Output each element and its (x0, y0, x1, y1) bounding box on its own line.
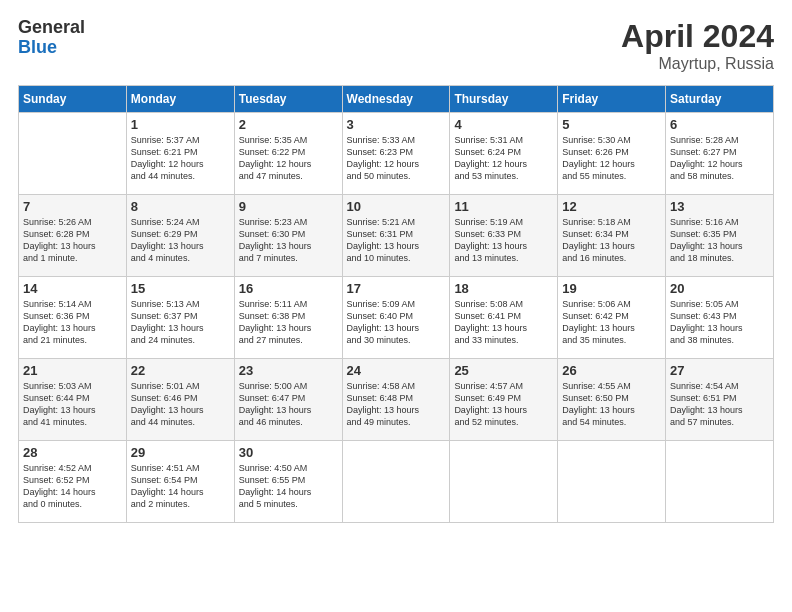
table-row: 9Sunrise: 5:23 AMSunset: 6:30 PMDaylight… (234, 195, 342, 277)
day-number: 27 (670, 363, 769, 378)
day-info: Sunrise: 4:52 AMSunset: 6:52 PMDaylight:… (23, 462, 122, 511)
day-info: Sunrise: 5:28 AMSunset: 6:27 PMDaylight:… (670, 134, 769, 183)
day-info: Sunrise: 5:23 AMSunset: 6:30 PMDaylight:… (239, 216, 338, 265)
day-number: 24 (347, 363, 446, 378)
day-number: 28 (23, 445, 122, 460)
day-number: 30 (239, 445, 338, 460)
day-number: 26 (562, 363, 661, 378)
table-row: 16Sunrise: 5:11 AMSunset: 6:38 PMDayligh… (234, 277, 342, 359)
calendar-header-row: Sunday Monday Tuesday Wednesday Thursday… (19, 86, 774, 113)
day-number: 7 (23, 199, 122, 214)
day-number: 17 (347, 281, 446, 296)
day-info: Sunrise: 5:37 AMSunset: 6:21 PMDaylight:… (131, 134, 230, 183)
day-info: Sunrise: 5:01 AMSunset: 6:46 PMDaylight:… (131, 380, 230, 429)
table-row (450, 441, 558, 523)
day-info: Sunrise: 5:21 AMSunset: 6:31 PMDaylight:… (347, 216, 446, 265)
logo-general: General (18, 18, 85, 38)
day-number: 12 (562, 199, 661, 214)
col-tuesday: Tuesday (234, 86, 342, 113)
day-info: Sunrise: 5:19 AMSunset: 6:33 PMDaylight:… (454, 216, 553, 265)
table-row: 3Sunrise: 5:33 AMSunset: 6:23 PMDaylight… (342, 113, 450, 195)
day-number: 4 (454, 117, 553, 132)
day-number: 14 (23, 281, 122, 296)
table-row (558, 441, 666, 523)
table-row: 19Sunrise: 5:06 AMSunset: 6:42 PMDayligh… (558, 277, 666, 359)
day-info: Sunrise: 5:03 AMSunset: 6:44 PMDaylight:… (23, 380, 122, 429)
col-friday: Friday (558, 86, 666, 113)
table-row: 2Sunrise: 5:35 AMSunset: 6:22 PMDaylight… (234, 113, 342, 195)
day-info: Sunrise: 5:14 AMSunset: 6:36 PMDaylight:… (23, 298, 122, 347)
table-row: 18Sunrise: 5:08 AMSunset: 6:41 PMDayligh… (450, 277, 558, 359)
logo-text: General Blue (18, 18, 85, 58)
table-row (342, 441, 450, 523)
day-number: 22 (131, 363, 230, 378)
day-info: Sunrise: 5:11 AMSunset: 6:38 PMDaylight:… (239, 298, 338, 347)
day-number: 11 (454, 199, 553, 214)
table-row: 7Sunrise: 5:26 AMSunset: 6:28 PMDaylight… (19, 195, 127, 277)
table-row: 29Sunrise: 4:51 AMSunset: 6:54 PMDayligh… (126, 441, 234, 523)
col-saturday: Saturday (666, 86, 774, 113)
day-number: 3 (347, 117, 446, 132)
table-row: 10Sunrise: 5:21 AMSunset: 6:31 PMDayligh… (342, 195, 450, 277)
day-number: 18 (454, 281, 553, 296)
table-row (19, 113, 127, 195)
table-row: 1Sunrise: 5:37 AMSunset: 6:21 PMDaylight… (126, 113, 234, 195)
day-info: Sunrise: 4:55 AMSunset: 6:50 PMDaylight:… (562, 380, 661, 429)
header: General Blue April 2024 Mayrtup, Russia (18, 18, 774, 73)
logo-blue: Blue (18, 38, 85, 58)
table-row: 6Sunrise: 5:28 AMSunset: 6:27 PMDaylight… (666, 113, 774, 195)
table-row: 12Sunrise: 5:18 AMSunset: 6:34 PMDayligh… (558, 195, 666, 277)
day-number: 8 (131, 199, 230, 214)
day-info: Sunrise: 5:31 AMSunset: 6:24 PMDaylight:… (454, 134, 553, 183)
day-info: Sunrise: 5:24 AMSunset: 6:29 PMDaylight:… (131, 216, 230, 265)
day-number: 16 (239, 281, 338, 296)
table-row: 4Sunrise: 5:31 AMSunset: 6:24 PMDaylight… (450, 113, 558, 195)
table-row: 14Sunrise: 5:14 AMSunset: 6:36 PMDayligh… (19, 277, 127, 359)
table-row: 25Sunrise: 4:57 AMSunset: 6:49 PMDayligh… (450, 359, 558, 441)
day-number: 9 (239, 199, 338, 214)
table-row: 17Sunrise: 5:09 AMSunset: 6:40 PMDayligh… (342, 277, 450, 359)
day-number: 25 (454, 363, 553, 378)
day-info: Sunrise: 5:26 AMSunset: 6:28 PMDaylight:… (23, 216, 122, 265)
day-info: Sunrise: 4:54 AMSunset: 6:51 PMDaylight:… (670, 380, 769, 429)
table-row: 8Sunrise: 5:24 AMSunset: 6:29 PMDaylight… (126, 195, 234, 277)
day-info: Sunrise: 5:35 AMSunset: 6:22 PMDaylight:… (239, 134, 338, 183)
day-number: 6 (670, 117, 769, 132)
day-number: 19 (562, 281, 661, 296)
day-number: 20 (670, 281, 769, 296)
table-row: 23Sunrise: 5:00 AMSunset: 6:47 PMDayligh… (234, 359, 342, 441)
day-number: 10 (347, 199, 446, 214)
day-number: 29 (131, 445, 230, 460)
logo: General Blue (18, 18, 85, 58)
day-info: Sunrise: 5:00 AMSunset: 6:47 PMDaylight:… (239, 380, 338, 429)
table-row: 27Sunrise: 4:54 AMSunset: 6:51 PMDayligh… (666, 359, 774, 441)
day-number: 1 (131, 117, 230, 132)
calendar-table: Sunday Monday Tuesday Wednesday Thursday… (18, 85, 774, 523)
table-row: 13Sunrise: 5:16 AMSunset: 6:35 PMDayligh… (666, 195, 774, 277)
table-row: 22Sunrise: 5:01 AMSunset: 6:46 PMDayligh… (126, 359, 234, 441)
day-info: Sunrise: 5:09 AMSunset: 6:40 PMDaylight:… (347, 298, 446, 347)
day-info: Sunrise: 4:50 AMSunset: 6:55 PMDaylight:… (239, 462, 338, 511)
table-row: 30Sunrise: 4:50 AMSunset: 6:55 PMDayligh… (234, 441, 342, 523)
day-number: 21 (23, 363, 122, 378)
col-wednesday: Wednesday (342, 86, 450, 113)
table-row: 28Sunrise: 4:52 AMSunset: 6:52 PMDayligh… (19, 441, 127, 523)
table-row (666, 441, 774, 523)
col-thursday: Thursday (450, 86, 558, 113)
day-info: Sunrise: 5:06 AMSunset: 6:42 PMDaylight:… (562, 298, 661, 347)
day-info: Sunrise: 5:18 AMSunset: 6:34 PMDaylight:… (562, 216, 661, 265)
month-title: April 2024 (621, 18, 774, 55)
calendar-week-row: 14Sunrise: 5:14 AMSunset: 6:36 PMDayligh… (19, 277, 774, 359)
day-number: 15 (131, 281, 230, 296)
table-row: 15Sunrise: 5:13 AMSunset: 6:37 PMDayligh… (126, 277, 234, 359)
calendar-week-row: 28Sunrise: 4:52 AMSunset: 6:52 PMDayligh… (19, 441, 774, 523)
day-info: Sunrise: 5:05 AMSunset: 6:43 PMDaylight:… (670, 298, 769, 347)
calendar-week-row: 1Sunrise: 5:37 AMSunset: 6:21 PMDaylight… (19, 113, 774, 195)
table-row: 26Sunrise: 4:55 AMSunset: 6:50 PMDayligh… (558, 359, 666, 441)
table-row: 11Sunrise: 5:19 AMSunset: 6:33 PMDayligh… (450, 195, 558, 277)
day-number: 13 (670, 199, 769, 214)
location: Mayrtup, Russia (621, 55, 774, 73)
day-info: Sunrise: 5:30 AMSunset: 6:26 PMDaylight:… (562, 134, 661, 183)
day-number: 23 (239, 363, 338, 378)
calendar-week-row: 7Sunrise: 5:26 AMSunset: 6:28 PMDaylight… (19, 195, 774, 277)
